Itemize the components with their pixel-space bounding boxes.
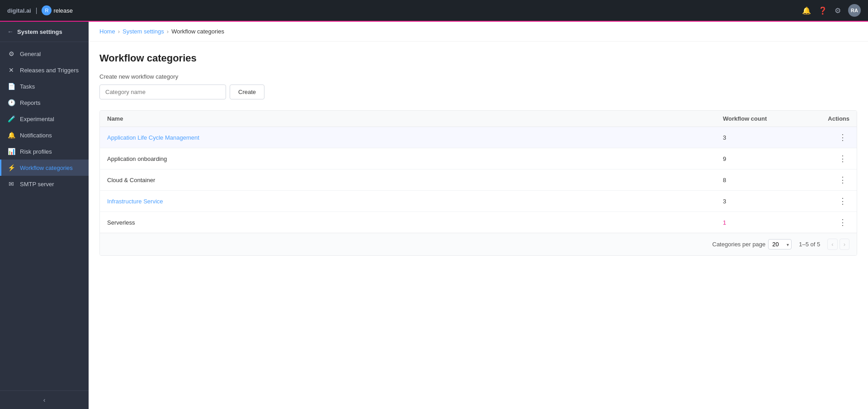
table-row: Application onboarding 9 ⋮ <box>100 148 857 169</box>
navbar-actions: 🔔 ❓ ⚙ RA <box>802 4 861 17</box>
row-name-3[interactable]: Infrastructure Service <box>107 198 723 205</box>
sidebar-item-smtp-server[interactable]: ✉ SMTP server <box>0 176 89 192</box>
prev-page-button[interactable]: ‹ <box>827 239 837 250</box>
row-actions-2: ⋮ <box>813 175 849 185</box>
page-content-area: Workflow categories Create new workflow … <box>89 42 868 409</box>
create-button[interactable]: Create <box>230 85 264 99</box>
sidebar-footer: ‹ <box>0 390 89 409</box>
user-avatar[interactable]: RA <box>848 4 861 17</box>
row-actions-3: ⋮ <box>813 196 849 206</box>
breadcrumb-current: Workflow categories <box>171 28 224 35</box>
tasks-icon: 📄 <box>7 83 15 90</box>
sidebar-item-workflow-categories[interactable]: ⚡ Workflow categories <box>0 160 89 176</box>
row-actions-4: ⋮ <box>813 217 849 227</box>
next-page-button[interactable]: › <box>840 239 849 250</box>
collapse-sidebar-button[interactable]: ‹ <box>7 396 81 404</box>
row-workflow-count-0: 3 <box>723 134 813 141</box>
product-name: release <box>53 7 73 14</box>
row-workflow-count-4: 1 <box>723 219 813 226</box>
brand-logo: digital.ai <box>7 7 31 14</box>
sidebar-item-label-experimental: Experimental <box>20 116 54 122</box>
experimental-icon: 🧪 <box>7 115 15 122</box>
row-name-4: Serverless <box>107 219 723 226</box>
releases-icon: ✕ <box>7 66 15 74</box>
row-actions-button-4[interactable]: ⋮ <box>836 217 849 227</box>
sidebar-item-label-workflow: Workflow categories <box>20 165 73 171</box>
bell-icon[interactable]: 🔔 <box>802 6 811 15</box>
sidebar-item-label-tasks: Tasks <box>20 83 35 90</box>
per-page-label: Categories per page <box>712 241 766 248</box>
top-navbar: digital.ai | R release 🔔 ❓ ⚙ RA <box>0 0 868 22</box>
sidebar-item-tasks[interactable]: 📄 Tasks <box>0 78 89 94</box>
sidebar-item-label-smtp: SMTP server <box>20 181 54 188</box>
brand-name: digital.ai <box>7 7 31 14</box>
sidebar-item-label-risk: Risk profiles <box>20 148 52 155</box>
back-icon[interactable]: ← <box>7 28 14 35</box>
navbar-brand-area: digital.ai | R release <box>7 5 73 15</box>
table-row: Infrastructure Service 3 ⋮ <box>100 191 857 212</box>
row-workflow-count-1: 9 <box>723 155 813 162</box>
workflow-icon: ⚡ <box>7 164 15 171</box>
collapse-icon: ‹ <box>43 396 46 404</box>
product-icon: R <box>42 5 52 15</box>
sidebar-nav: ⚙ General ✕ Releases and Triggers 📄 Task… <box>0 42 89 390</box>
main-content: Home › System settings › Workflow catego… <box>89 22 868 409</box>
sidebar-item-label-general: General <box>20 51 41 57</box>
per-page-wrapper: 102050100 <box>768 239 792 249</box>
row-actions-button-0[interactable]: ⋮ <box>836 132 849 142</box>
row-actions-1: ⋮ <box>813 154 849 164</box>
sidebar-item-reports[interactable]: 🕐 Reports <box>0 94 89 111</box>
category-name-input[interactable] <box>99 85 226 99</box>
product-label: R release <box>42 5 73 15</box>
create-form: Create <box>99 85 857 99</box>
breadcrumb-home[interactable]: Home <box>99 28 115 35</box>
table-header: Name Workflow count Actions <box>100 111 857 127</box>
row-workflow-count-2: 8 <box>723 177 813 183</box>
sidebar-title: System settings <box>17 28 62 35</box>
breadcrumb: Home › System settings › Workflow catego… <box>89 22 868 42</box>
breadcrumb-sep-1: › <box>118 28 120 35</box>
gear-icon[interactable]: ⚙ <box>835 6 841 15</box>
pagination-nav: ‹ › <box>827 239 849 250</box>
table-footer: Categories per page 102050100 1–5 of 5 ‹… <box>100 233 857 255</box>
page-title: Workflow categories <box>99 52 857 64</box>
sidebar-item-label-releases: Releases and Triggers <box>20 67 79 74</box>
col-actions-header: Actions <box>813 115 849 122</box>
row-actions-0: ⋮ <box>813 132 849 142</box>
row-workflow-count-3: 3 <box>723 198 813 205</box>
row-actions-button-2[interactable]: ⋮ <box>836 175 849 185</box>
smtp-icon: ✉ <box>7 180 15 188</box>
create-section: Create new workflow category Create <box>99 73 857 99</box>
brand-divider: | <box>36 7 38 14</box>
sidebar-item-label-reports: Reports <box>20 99 41 106</box>
sidebar-item-releases-triggers[interactable]: ✕ Releases and Triggers <box>0 62 89 78</box>
table-row: Serverless 1 ⋮ <box>100 212 857 233</box>
row-actions-button-3[interactable]: ⋮ <box>836 196 849 206</box>
sidebar-item-notifications[interactable]: 🔔 Notifications <box>0 127 89 143</box>
table-row: Cloud & Container 8 ⋮ <box>100 169 857 191</box>
row-actions-button-1[interactable]: ⋮ <box>836 154 849 164</box>
sidebar-item-label-notifications: Notifications <box>20 132 52 139</box>
per-page-select[interactable]: 102050100 <box>768 239 792 249</box>
table-row: Application Life Cycle Management 3 ⋮ <box>100 127 857 148</box>
sidebar-item-risk-profiles[interactable]: 📊 Risk profiles <box>0 143 89 160</box>
breadcrumb-sep-2: › <box>167 28 169 35</box>
pagination-info: 1–5 of 5 <box>799 241 820 248</box>
table-body: Application Life Cycle Management 3 ⋮ Ap… <box>100 127 857 233</box>
col-workflow-count-header: Workflow count <box>723 115 813 122</box>
notifications-icon: 🔔 <box>7 132 15 139</box>
sidebar-item-experimental[interactable]: 🧪 Experimental <box>0 111 89 127</box>
create-section-label: Create new workflow category <box>99 73 857 80</box>
sidebar-header: ← System settings <box>0 22 89 42</box>
risk-icon: 📊 <box>7 148 15 155</box>
row-name-0[interactable]: Application Life Cycle Management <box>107 134 723 141</box>
per-page-section: Categories per page 102050100 <box>712 239 792 249</box>
sidebar: ← System settings ⚙ General ✕ Releases a… <box>0 22 89 409</box>
col-name-header: Name <box>107 115 723 122</box>
sidebar-item-general[interactable]: ⚙ General <box>0 46 89 62</box>
breadcrumb-system-settings[interactable]: System settings <box>123 28 164 35</box>
general-icon: ⚙ <box>7 50 15 57</box>
main-layout: ← System settings ⚙ General ✕ Releases a… <box>0 22 868 409</box>
help-icon[interactable]: ❓ <box>818 6 827 15</box>
row-name-2: Cloud & Container <box>107 177 723 183</box>
